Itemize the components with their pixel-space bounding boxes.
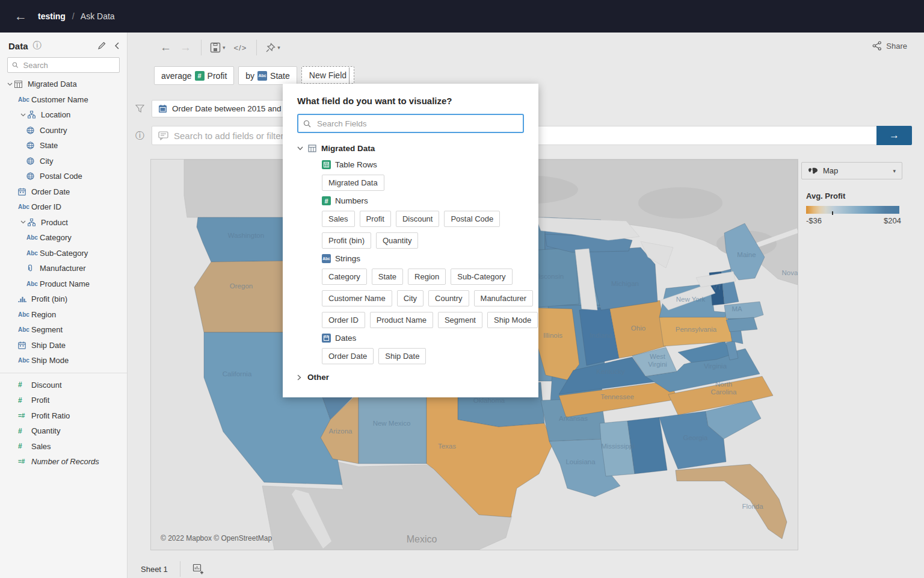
map-label: Mississippi <box>601 443 635 450</box>
sidebar-field-region[interactable]: AbcRegion <box>0 307 127 323</box>
new-sheet-icon[interactable] <box>192 564 203 574</box>
dialog-field-groups: Table RowsMigrated Data#NumbersSalesProf… <box>322 160 524 364</box>
sidebar-field-state[interactable]: State <box>0 138 127 154</box>
sidebar-field-customer-name[interactable]: AbcCustomer Name <box>0 92 127 108</box>
field-pill-discount[interactable]: Discount <box>396 211 440 227</box>
breadcrumb-workbook[interactable]: testing <box>38 11 66 21</box>
map-label: VT <box>713 284 722 291</box>
dialog-other-row[interactable]: Other <box>297 373 524 382</box>
legend-gradient[interactable] <box>806 206 899 214</box>
map-label: New Mexico <box>373 420 411 427</box>
chevron-down-icon[interactable] <box>18 220 28 224</box>
legend-zero-tick <box>832 211 833 215</box>
sidebar-field-postal-code[interactable]: Postal Code <box>0 169 127 184</box>
sidebar-field-location[interactable]: Location <box>0 107 127 123</box>
num-field-icon: # <box>18 381 31 389</box>
field-pill-customer-name[interactable]: Customer Name <box>322 290 392 306</box>
breadcrumb-separator: / <box>72 11 75 21</box>
embed-code-icon[interactable]: </> <box>234 43 247 52</box>
toolbar: ← → ▾ </> ▾ <box>160 40 289 55</box>
sidebar-field-manufacturer[interactable]: Manufacturer <box>0 261 127 276</box>
undo-icon[interactable]: ← <box>160 41 171 54</box>
sidebar-field-ship-date[interactable]: Ship Date <box>0 338 127 353</box>
sidebar-field-discount[interactable]: #Discount <box>0 378 127 393</box>
info-icon[interactable]: ⓘ <box>33 40 42 51</box>
abc-field-icon: Abc <box>18 326 31 333</box>
sidebar-field-number-of-records[interactable]: =#Number of Records <box>0 454 127 470</box>
sidebar-field-sub-category[interactable]: AbcSub-Category <box>0 246 127 261</box>
sidebar-field-product-name[interactable]: AbcProduct Name <box>0 276 127 292</box>
state-washington[interactable] <box>197 217 295 262</box>
redo-icon[interactable]: → <box>180 41 191 54</box>
field-pill-country[interactable]: Country <box>428 290 469 306</box>
field-pill-ship-date[interactable]: Ship Date <box>378 348 426 364</box>
field-pill-migrated-data[interactable]: Migrated Data <box>322 175 384 191</box>
collapse-panel-icon[interactable] <box>114 42 120 49</box>
sidebar-field-product[interactable]: Product <box>0 215 127 231</box>
sidebar-field-city[interactable]: City <box>0 154 127 169</box>
groupby-field: State <box>270 71 290 81</box>
save-icon[interactable]: ▾ <box>210 42 226 53</box>
field-pill-order-id[interactable]: Order ID <box>322 312 365 328</box>
chevron-down-icon[interactable] <box>5 82 14 86</box>
field-pill-sales[interactable]: Sales <box>322 211 355 227</box>
field-pill-city[interactable]: City <box>397 290 424 306</box>
globe-field-icon <box>26 157 40 165</box>
new-field-pill[interactable]: New Field <box>301 66 354 84</box>
back-arrow-icon[interactable]: ← <box>14 9 27 23</box>
ask-info-icon[interactable]: ⓘ <box>135 130 144 141</box>
pin-icon[interactable]: ▾ <box>265 43 280 53</box>
field-pill-state[interactable]: State <box>372 269 403 285</box>
sidebar-field-quantity[interactable]: #Quantity <box>0 423 127 439</box>
chevron-down-icon[interactable] <box>297 146 303 151</box>
field-group-dates: DatesOrder DateShip Date <box>322 334 524 364</box>
field-pill-order-date[interactable]: Order Date <box>322 348 374 364</box>
query-pill-groupby[interactable]: by Abc State <box>238 66 297 85</box>
sidebar-field-order-date[interactable]: Order Date <box>0 184 127 200</box>
dialog-search-box[interactable] <box>297 114 524 133</box>
sheet-tab[interactable]: Sheet 1 <box>141 565 168 574</box>
sidebar-field-profit[interactable]: #Profit <box>0 393 127 408</box>
number-field-icon: # <box>195 71 205 81</box>
field-pill-manufacturer[interactable]: Manufacturer <box>474 290 534 306</box>
field-pill-category[interactable]: Category <box>322 269 367 285</box>
field-pill-region[interactable]: Region <box>408 269 446 285</box>
state-michigan[interactable] <box>589 247 658 310</box>
sidebar-field-category[interactable]: AbcCategory <box>0 230 127 246</box>
field-pill-quantity[interactable]: Quantity <box>376 232 418 249</box>
field-pill-sub-category[interactable]: Sub-Category <box>451 269 512 285</box>
sidebar-field-profit-ratio[interactable]: =#Profit Ratio <box>0 408 127 424</box>
hier-field-icon <box>28 111 41 119</box>
share-icon <box>872 41 882 51</box>
sidebar-search-box[interactable] <box>7 57 120 73</box>
field-picker-dialog: What field do you want to visualize? Mig… <box>283 84 538 397</box>
save-caret-icon[interactable]: ▾ <box>223 45 226 51</box>
sidebar-field-profit-bin-[interactable]: Profit (bin) <box>0 291 127 307</box>
share-button[interactable]: Share <box>872 41 907 51</box>
pin-caret-icon[interactable]: ▾ <box>277 45 280 51</box>
edit-pencil-icon[interactable] <box>97 42 106 50</box>
sidebar-field-migrated-data[interactable]: Migrated Data <box>0 76 127 92</box>
sidebar-field-ship-mode[interactable]: AbcShip Mode <box>0 353 127 368</box>
dialog-source-row[interactable]: Migrated Data <box>297 144 524 153</box>
map-label: Washington <box>228 232 264 239</box>
query-pill-aggregation[interactable]: average # Profit <box>154 66 234 85</box>
field-pill-profit[interactable]: Profit <box>360 211 391 227</box>
viz-type-dropdown[interactable]: Map ▾ <box>801 162 902 179</box>
chevron-right-icon <box>297 374 301 381</box>
field-pill-segment[interactable]: Segment <box>438 312 482 328</box>
field-pill-profit-bin-[interactable]: Profit (bin) <box>322 232 371 249</box>
field-pill-postal-code[interactable]: Postal Code <box>444 211 500 227</box>
sidebar-field-sales[interactable]: #Sales <box>0 439 127 455</box>
sidebar-search-input[interactable] <box>22 60 115 70</box>
cal-field-icon <box>18 188 31 196</box>
submit-query-button[interactable]: → <box>876 126 912 145</box>
field-pill-ship-mode[interactable]: Ship Mode <box>487 312 538 328</box>
chevron-down-icon[interactable] <box>18 113 28 117</box>
sidebar-field-country[interactable]: Country <box>0 123 127 138</box>
field-pill-product-name[interactable]: Product Name <box>370 312 433 328</box>
state-connecticut[interactable] <box>726 317 757 332</box>
sidebar-field-segment[interactable]: AbcSegment <box>0 322 127 338</box>
dialog-search-input[interactable] <box>316 119 518 129</box>
sidebar-field-order-id[interactable]: AbcOrder ID <box>0 199 127 215</box>
